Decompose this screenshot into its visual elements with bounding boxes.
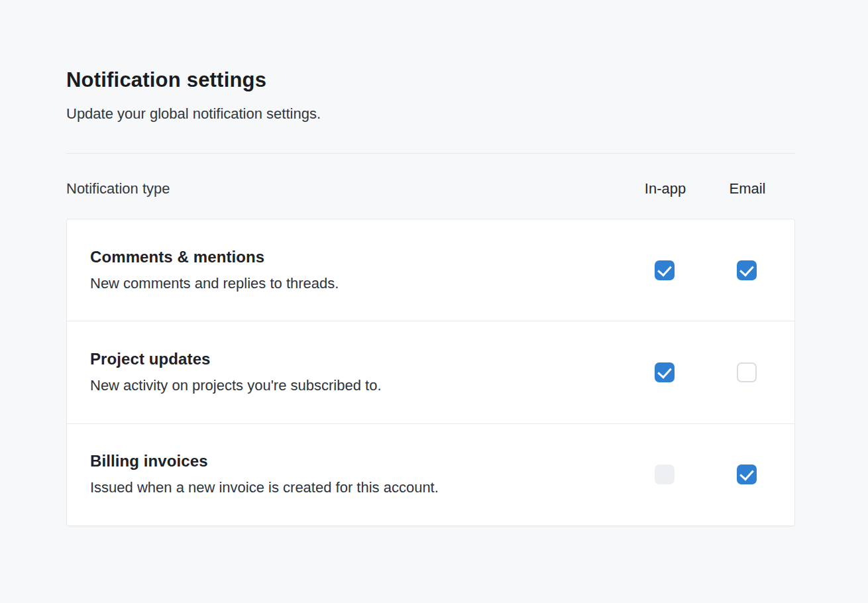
row-description: New comments and replies to threads.	[90, 274, 624, 294]
row-description: Issued when a new invoice is created for…	[90, 478, 624, 498]
column-header-notification-type: Notification type	[66, 180, 624, 197]
in-app-cell	[624, 260, 706, 280]
column-header-in-app: In-app	[624, 180, 706, 197]
table-header: Notification type In-app Email	[66, 154, 795, 219]
row-billing-invoices: Billing invoices Issued when a new invoi…	[67, 423, 794, 525]
email-cell	[706, 465, 788, 484]
row-title: Billing invoices	[90, 451, 624, 471]
row-title: Comments & mentions	[90, 247, 624, 267]
row-description: New activity on projects you're subscrib…	[90, 376, 624, 396]
column-header-email: Email	[706, 180, 788, 197]
notification-settings-card: Comments & mentions New comments and rep…	[66, 219, 795, 526]
comments-email-checkbox[interactable]	[737, 260, 757, 280]
row-comments-mentions: Comments & mentions New comments and rep…	[67, 219, 794, 321]
in-app-cell	[624, 362, 706, 382]
billing-email-checkbox[interactable]	[737, 465, 757, 484]
billing-in-app-checkbox	[655, 465, 675, 484]
row-title: Project updates	[90, 349, 624, 369]
page-subtitle: Update your global notification settings…	[66, 104, 321, 124]
row-project-updates: Project updates New activity on projects…	[67, 321, 794, 423]
row-text: Comments & mentions New comments and rep…	[90, 247, 624, 294]
page-title: Notification settings	[66, 68, 266, 92]
project-in-app-checkbox[interactable]	[655, 362, 675, 382]
email-cell	[706, 362, 788, 382]
comments-in-app-checkbox[interactable]	[655, 260, 675, 280]
row-text: Project updates New activity on projects…	[90, 349, 624, 396]
project-email-checkbox[interactable]	[737, 362, 757, 382]
in-app-cell	[624, 465, 706, 484]
row-text: Billing invoices Issued when a new invoi…	[90, 451, 624, 498]
email-cell	[706, 260, 788, 280]
